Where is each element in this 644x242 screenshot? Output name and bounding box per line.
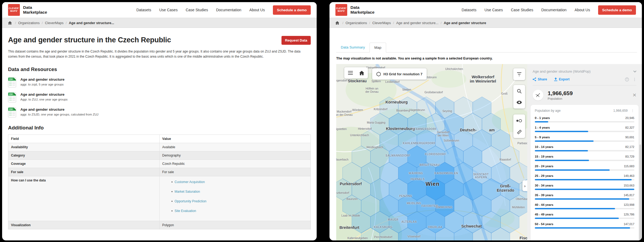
use-case-link[interactable]: Site Evaluation xyxy=(175,209,196,213)
home-icon[interactable] xyxy=(8,21,12,25)
nav-item-case-studies[interactable]: Case Studies xyxy=(511,8,533,12)
site-title: Data Marketplace xyxy=(350,5,375,15)
map-label: Wolkersdorf im Weinviertel xyxy=(470,75,496,83)
export-button[interactable]: Export xyxy=(554,77,570,81)
breadcrumb-link[interactable]: Age and gender structure... xyxy=(396,21,438,25)
map-label: Hagenbrunn xyxy=(409,108,425,111)
card-title: Population by age xyxy=(535,109,561,113)
nav-item-documentation[interactable]: Documentation xyxy=(216,8,241,12)
share-button[interactable]: Share xyxy=(533,77,547,81)
age-group-row[interactable]: 1 - 4 years82,327 xyxy=(535,126,634,132)
use-case-link[interactable]: Opportunity Prediction xyxy=(175,199,207,203)
breadcrumb-link[interactable]: CleverMaps xyxy=(372,21,391,25)
kebab-menu-icon[interactable]: ⋮ xyxy=(633,77,636,81)
map-label: Höflein an der Donau xyxy=(365,87,379,93)
age-group-value: 129,786 xyxy=(624,213,634,216)
age-group-row[interactable]: 5 - 9 years90,691 xyxy=(535,136,634,142)
age-group-row[interactable]: 15 - 19 years83,729 xyxy=(535,155,634,161)
age-group-label: 10 - 14 years xyxy=(535,145,553,148)
age-group-row[interactable]: 25 - 29 years149,463 xyxy=(535,174,634,180)
map-home-button[interactable] xyxy=(356,67,367,79)
map-canvas[interactable]: KleinwilfersdorfückersdorfUlrichskirchen… xyxy=(336,64,527,240)
map-label: Schwechat xyxy=(461,224,482,228)
map-label: Vösendorf xyxy=(408,235,420,238)
map-search-button[interactable] xyxy=(514,85,525,97)
resource-title[interactable]: Age and gender structure xyxy=(20,92,68,97)
nav-item-documentation[interactable]: Documentation xyxy=(541,8,566,12)
resources-heading: Data and Resources xyxy=(8,66,311,72)
map-label: SALMANNSDORF xyxy=(386,154,410,157)
search-icon xyxy=(517,89,522,94)
bar-fill xyxy=(535,218,619,219)
svg-text:CSV: CSV xyxy=(9,78,13,80)
resource-item[interactable]: CSVAge and gender structureaggr. to ZSJD… xyxy=(8,107,311,117)
home-icon[interactable] xyxy=(335,21,339,25)
value-cell: Polygon xyxy=(159,221,311,229)
nav-item-about-us[interactable]: About Us xyxy=(575,8,590,12)
filter-control[interactable] xyxy=(513,68,525,80)
schedule-demo-button[interactable]: Schedule a demo xyxy=(598,5,636,15)
nav-item-case-studies[interactable]: Case Studies xyxy=(186,8,208,12)
map-label: Maria Gugging xyxy=(367,121,385,124)
resource-title[interactable]: Age and gender structure xyxy=(20,107,98,112)
resource-item[interactable]: CSVAge and gender structureAggr. to ZUJ,… xyxy=(8,92,311,102)
request-data-button[interactable]: Request Data xyxy=(281,36,311,45)
bar-fill xyxy=(535,160,589,161)
age-group-value: 115,683 xyxy=(624,165,634,168)
field-cell: Availability xyxy=(8,143,160,151)
menu-button[interactable] xyxy=(345,67,356,79)
age-group-row[interactable]: 50 - 54 years147,017 xyxy=(535,222,634,229)
schedule-demo-button[interactable]: Schedule a demo xyxy=(273,5,311,15)
kebab-menu-icon[interactable]: ⋮ xyxy=(631,109,634,113)
nav-item-use-cases[interactable]: Use Cases xyxy=(484,8,503,12)
map-label: Mauerbach xyxy=(336,158,348,161)
use-case-link[interactable]: Customer Acquisition xyxy=(175,180,205,184)
bar-track xyxy=(535,160,634,161)
clevermaps-logo[interactable]: CLEVER° MAPS' xyxy=(8,4,20,16)
h3-grid-selector[interactable]: H3 Grid for resolution 7 xyxy=(372,68,427,80)
map-label: Wördern xyxy=(352,108,363,111)
value-cell: For sale xyxy=(159,168,311,176)
indicator-panel: Age and gender structure (WorldPop) Shar… xyxy=(527,64,642,240)
age-group-row[interactable]: 35 - 39 years145,817 xyxy=(535,193,634,200)
map-label: Gerasdorf bei Wien xyxy=(437,131,449,137)
layer-visibility-button[interactable] xyxy=(514,97,525,108)
tab-data-summary[interactable]: Data Summary xyxy=(336,43,369,53)
nav-item-datasets[interactable]: Datasets xyxy=(136,8,151,12)
tab-map[interactable]: Map xyxy=(369,43,386,53)
bar-fill xyxy=(535,179,632,180)
clevermaps-logo[interactable]: CLEVER° MAPS' xyxy=(335,4,347,16)
info-icon[interactable] xyxy=(625,77,629,81)
age-group-row[interactable]: 20 - 24 years115,683 xyxy=(535,165,634,171)
nav-item-use-cases[interactable]: Use Cases xyxy=(159,8,177,12)
age-group-value: 90,691 xyxy=(625,136,634,139)
nav-item-datasets[interactable]: Datasets xyxy=(462,8,476,12)
breadcrumb-link[interactable]: Organizations xyxy=(346,21,367,25)
chevron-down-icon[interactable] xyxy=(633,70,636,73)
age-group-value: 149,463 xyxy=(624,174,634,177)
breadcrumb-link[interactable]: Organizations xyxy=(18,21,40,25)
column-header-field: Field xyxy=(8,135,160,143)
breadcrumb-link[interactable]: CleverMaps xyxy=(45,21,63,25)
age-distribution-list: 0 - 1 years20,9451 - 4 years82,3275 - 9 … xyxy=(535,116,634,229)
nav-item-about-us[interactable]: About Us xyxy=(249,8,265,12)
measure-button[interactable] xyxy=(514,126,525,137)
panel-expand-button[interactable]: › xyxy=(522,180,527,191)
resource-title[interactable]: Age and gender structure xyxy=(20,77,64,82)
scrollbar[interactable] xyxy=(639,144,641,240)
age-group-row[interactable]: 30 - 34 years153,663 xyxy=(535,184,634,190)
map-label: Weidlingbach xyxy=(366,146,383,149)
age-group-row[interactable]: 40 - 44 years123,998 xyxy=(535,203,634,209)
browser-window-map-view: CLEVER° MAPS' Data Marketplace DatasetsU… xyxy=(330,2,642,240)
use-case-link[interactable]: Market Saturation xyxy=(175,190,200,193)
resource-item[interactable]: CSVAge and gender structureaggr. to zsjd… xyxy=(8,77,311,87)
age-group-row[interactable]: 0 - 1 years20,945 xyxy=(535,116,634,122)
point-display-toggle[interactable] xyxy=(514,115,525,126)
age-group-row[interactable]: 45 - 49 years129,786 xyxy=(535,213,634,219)
age-group-label: 50 - 54 years xyxy=(535,222,553,226)
bar-fill xyxy=(535,121,548,122)
logo-text-bottom: MAPS' xyxy=(338,10,345,13)
age-group-row[interactable]: 10 - 14 years82,172 xyxy=(535,145,634,151)
table-header-row: Field Value xyxy=(8,135,311,143)
close-icon[interactable]: ✕ xyxy=(632,92,636,98)
